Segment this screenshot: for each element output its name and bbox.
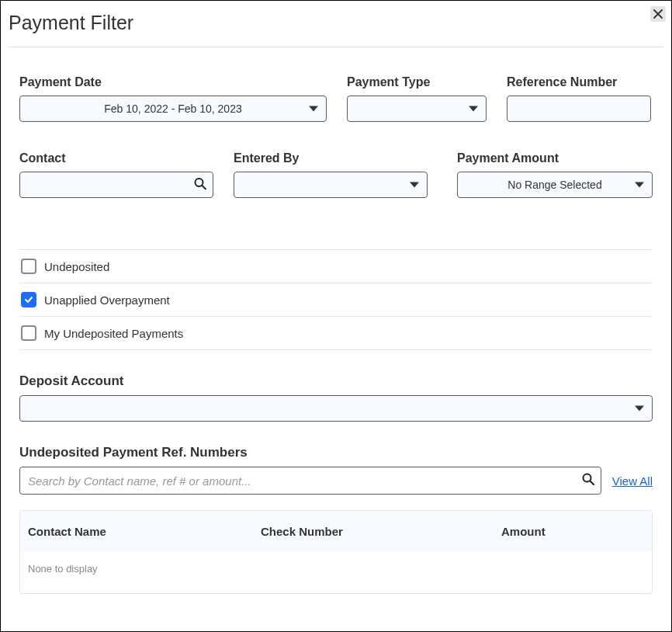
payment-amount-value: No Range Selected: [507, 179, 601, 191]
payment-filter-modal: Payment Filter Payment Date Feb 10, 2022…: [0, 0, 672, 632]
payment-amount-field: Payment Amount No Range Selected: [457, 151, 653, 198]
chevron-down-icon: [635, 182, 644, 188]
col-check-number: Check Number: [261, 525, 501, 538]
undeposited-checkbox[interactable]: [21, 259, 36, 274]
modal-title: Payment Filter: [9, 12, 656, 34]
filter-row-2: Contact Entered By Payment Amount No Ran…: [19, 151, 653, 198]
undeposited-refs-label: Undeposited Payment Ref. Numbers: [19, 445, 653, 460]
undeposited-refs-search[interactable]: [19, 467, 601, 495]
reference-number-label: Reference Number: [507, 75, 651, 89]
close-button[interactable]: [650, 6, 666, 22]
undeposited-row: Undeposited: [19, 250, 653, 283]
svg-line-1: [203, 186, 206, 189]
payment-date-field: Payment Date Feb 10, 2022 - Feb 10, 2023: [19, 75, 327, 122]
payment-type-field: Payment Type: [347, 75, 487, 122]
chevron-down-icon: [410, 182, 419, 188]
my-undeposited-label: My Undeposited Payments: [44, 327, 183, 340]
reference-number-input[interactable]: [507, 95, 651, 122]
entered-by-field: Entered By: [234, 151, 428, 198]
modal-header: Payment Filter: [1, 1, 671, 47]
undeposited-refs-section: Undeposited Payment Ref. Numbers View Al…: [19, 445, 653, 495]
payment-amount-select[interactable]: No Range Selected: [457, 172, 653, 198]
chevron-down-icon: [635, 406, 644, 411]
contact-label: Contact: [19, 151, 213, 165]
unapplied-overpayment-label: Unapplied Overpayment: [44, 293, 170, 307]
col-amount: Amount: [501, 525, 644, 538]
modal-body: Payment Date Feb 10, 2022 - Feb 10, 2023…: [1, 47, 671, 594]
payment-type-label: Payment Type: [347, 75, 487, 89]
close-icon: [653, 9, 663, 19]
filter-checkbox-list: Undeposited Unapplied Overpayment My Und…: [19, 249, 653, 350]
search-icon: [582, 473, 594, 488]
chevron-down-icon: [469, 106, 478, 112]
search-icon: [194, 178, 206, 193]
chevron-down-icon: [309, 106, 318, 112]
unapplied-overpayment-row: Unapplied Overpayment: [19, 283, 653, 317]
payment-type-select[interactable]: [347, 95, 487, 122]
view-all-link[interactable]: View All: [612, 474, 653, 488]
table-header: Contact Name Check Number Amount: [20, 511, 652, 552]
table-empty-state: None to display: [20, 552, 652, 593]
entered-by-label: Entered By: [234, 151, 428, 165]
undeposited-refs-search-row: View All: [19, 467, 653, 495]
unapplied-overpayment-checkbox[interactable]: [21, 292, 36, 307]
undeposited-label: Undeposited: [44, 260, 109, 273]
reference-number-field: Reference Number: [507, 75, 651, 122]
contact-field: Contact: [19, 151, 213, 198]
payment-date-select[interactable]: Feb 10, 2022 - Feb 10, 2023: [19, 95, 327, 122]
svg-line-3: [590, 481, 594, 485]
deposit-account-label: Deposit Account: [19, 373, 653, 389]
col-contact-name: Contact Name: [28, 525, 261, 538]
results-table: Contact Name Check Number Amount None to…: [19, 510, 653, 594]
undeposited-refs-input[interactable]: [28, 474, 593, 488]
payment-amount-label: Payment Amount: [457, 151, 653, 165]
contact-input[interactable]: [19, 172, 213, 198]
deposit-account-select[interactable]: [19, 395, 653, 422]
payment-date-value: Feb 10, 2022 - Feb 10, 2023: [104, 102, 241, 115]
filter-row-1: Payment Date Feb 10, 2022 - Feb 10, 2023…: [19, 75, 653, 122]
my-undeposited-row: My Undeposited Payments: [19, 317, 653, 350]
my-undeposited-checkbox[interactable]: [21, 325, 36, 341]
payment-date-label: Payment Date: [19, 75, 327, 89]
entered-by-select[interactable]: [234, 172, 428, 198]
deposit-account-section: Deposit Account: [19, 373, 653, 422]
